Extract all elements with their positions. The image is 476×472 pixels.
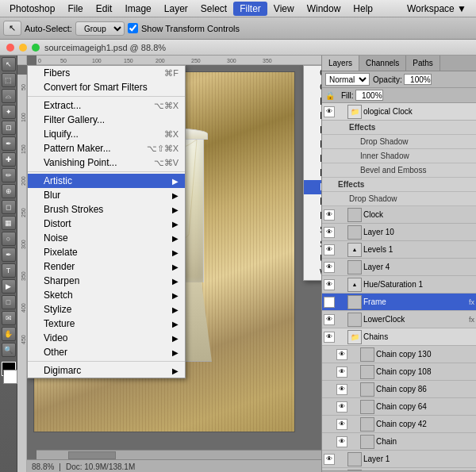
artistic-plastic-wrap[interactable]: Plastic Wrap... ▶	[304, 180, 321, 194]
artistic-colored-pencil[interactable]: Colored Pencil...	[304, 66, 321, 80]
effect-item[interactable]: Drop Shadow	[322, 135, 476, 149]
artistic-underpainting[interactable]: Underpainting...	[304, 251, 321, 266]
canvas-scrollbar-thumb-h[interactable]	[68, 451, 116, 459]
filter-menu-other[interactable]: Other ▶	[28, 345, 185, 359]
tool-shape[interactable]: □	[2, 295, 16, 309]
tool-type[interactable]: T	[2, 263, 16, 278]
layer-item[interactable]: 👁Chain copy 42	[322, 416, 476, 433]
fill-input[interactable]	[355, 90, 383, 101]
tool-magic-wand[interactable]: ✦	[2, 105, 16, 119]
tool-gradient[interactable]: ▦	[2, 216, 16, 230]
menu-layer[interactable]: Layer	[158, 2, 194, 16]
effect-item[interactable]: Bevel and Emboss	[322, 163, 476, 178]
menu-window[interactable]: Window	[301, 2, 347, 16]
tool-clone[interactable]: ⊕	[2, 184, 16, 198]
workspace-button[interactable]: Workspace ▼	[401, 2, 473, 16]
tool-eraser[interactable]: ◻	[2, 200, 16, 214]
layer-item[interactable]: 👁Clock	[322, 206, 476, 224]
artistic-palette-knife[interactable]: Palette Knife...	[304, 166, 321, 180]
layer-item[interactable]: 👁Layer 10	[322, 224, 476, 241]
layer-item[interactable]: 👁Chain copy 64	[322, 398, 476, 416]
layer-item[interactable]: 👁▲Levels 1	[322, 241, 476, 259]
layer-visibility-eye[interactable]: 👁	[324, 106, 335, 117]
layer-visibility-eye[interactable]: 👁	[324, 244, 335, 255]
effect-item[interactable]: Drop Shadow	[322, 192, 476, 206]
layer-visibility-eye[interactable]: 👁	[336, 349, 347, 360]
artistic-film-grain[interactable]: Film Grain...	[304, 109, 321, 123]
filter-menu-sketch[interactable]: Sketch ▶	[28, 288, 185, 302]
filter-menu-stylize[interactable]: Stylize ▶	[28, 302, 185, 317]
move-tool[interactable]: ↖	[3, 21, 21, 36]
menu-filter[interactable]: Filter	[233, 2, 267, 16]
layer-visibility-eye[interactable]: 👁	[336, 436, 347, 447]
filter-menu-blur[interactable]: Blur ▶	[28, 188, 185, 202]
tool-crop[interactable]: ⊡	[2, 121, 16, 135]
artistic-sponge[interactable]: Sponge...	[304, 237, 321, 251]
filter-menu-sharpen[interactable]: Sharpen ▶	[28, 274, 185, 288]
artistic-submenu[interactable]: Colored Pencil... Cutout... Dry Brush...…	[303, 65, 321, 281]
tab-layers[interactable]: Layers	[322, 56, 359, 71]
artistic-paint-daubs[interactable]: Paint Daubs...	[304, 152, 321, 166]
menu-image[interactable]: Image	[118, 2, 157, 16]
opacity-input[interactable]	[404, 74, 432, 85]
artistic-rough-pastels[interactable]: Rough Pastels...	[304, 209, 321, 223]
tool-lasso[interactable]: ⌓	[2, 89, 16, 103]
menu-photoshop[interactable]: Photoshop	[3, 2, 61, 16]
tool-marquee[interactable]: ⬚	[2, 73, 16, 87]
layer-item[interactable]: 👁📁ological Clock	[322, 103, 476, 121]
artistic-poster-edges[interactable]: Poster Edges...	[304, 194, 321, 209]
menu-file[interactable]: File	[61, 2, 89, 16]
tool-pen[interactable]: ✒	[2, 248, 16, 262]
canvas-scrollbar-h[interactable]	[36, 450, 321, 459]
filter-menu-convert[interactable]: Convert for Smart Filters	[28, 80, 185, 94]
filter-menu-video[interactable]: Video ▶	[28, 331, 185, 345]
close-dot[interactable]	[6, 44, 14, 52]
layer-visibility-eye[interactable]: 👁	[336, 401, 347, 413]
tool-path-select[interactable]: ▶	[2, 279, 16, 294]
tool-brush[interactable]: ✏	[2, 168, 16, 182]
layer-visibility-eye[interactable]: 👁	[324, 454, 335, 465]
tool-dodge[interactable]: ○	[2, 232, 16, 246]
layer-item[interactable]: 👁Layer 4	[322, 259, 476, 276]
layer-item[interactable]: 👁📁Chains	[322, 328, 476, 346]
minimize-dot[interactable]	[19, 44, 27, 52]
maximize-dot[interactable]	[32, 44, 40, 52]
layer-visibility-eye[interactable]: 👁	[324, 279, 335, 290]
filter-menu-liquify[interactable]: Liquify... ⌘X	[28, 127, 185, 141]
layer-item[interactable]: 👁Chain copy 108	[322, 363, 476, 381]
layer-visibility-eye[interactable]: 👁	[336, 384, 347, 395]
layer-item[interactable]: 👁▲Hue/Saturation 1	[322, 276, 476, 294]
artistic-smudge-stick[interactable]: Smudge Stick...	[304, 223, 321, 237]
artistic-dry-brush[interactable]: Dry Brush...	[304, 94, 321, 109]
filter-menu-extract[interactable]: Extract... ⌥⌘X	[28, 98, 185, 113]
filter-menu-noise[interactable]: Noise ▶	[28, 231, 185, 245]
layer-visibility-eye[interactable]: 👁	[324, 314, 335, 325]
layer-visibility-eye[interactable]: 👁	[324, 227, 335, 238]
menu-help[interactable]: Help	[347, 2, 379, 16]
menu-edit[interactable]: Edit	[90, 2, 119, 16]
menu-select[interactable]: Select	[194, 2, 233, 16]
layer-visibility-eye[interactable]: 👁	[324, 297, 335, 308]
effect-item[interactable]: Inner Shadow	[322, 149, 476, 163]
blend-mode-select[interactable]: Normal Multiply Screen	[325, 73, 370, 86]
filter-menu-gallery[interactable]: Filter Gallery...	[28, 113, 185, 127]
filter-menu-fibers[interactable]: Fibers ⌘F	[28, 66, 185, 80]
filter-menu-render[interactable]: Render ▶	[28, 259, 185, 274]
filter-menu-digimarc[interactable]: Digimarc ▶	[28, 363, 185, 378]
layer-item[interactable]: 👁Chain copy 130	[322, 346, 476, 363]
tab-paths[interactable]: Paths	[406, 56, 440, 71]
tool-eyedropper[interactable]: ✒	[2, 136, 16, 151]
tab-channels[interactable]: Channels	[359, 56, 406, 71]
tool-hand[interactable]: ✋	[2, 327, 16, 341]
layer-visibility-eye[interactable]: 👁	[324, 209, 335, 221]
layer-visibility-eye[interactable]: 👁	[324, 262, 335, 273]
layer-item[interactable]: 👁Layer 1	[322, 451, 476, 468]
layer-item[interactable]: 👁Chain	[322, 433, 476, 451]
tool-notes[interactable]: ✉	[2, 311, 16, 325]
layer-visibility-eye[interactable]: 👁	[336, 366, 347, 378]
layer-visibility-eye[interactable]: 👁	[336, 419, 347, 430]
artistic-fresco[interactable]: Fresco...	[304, 123, 321, 137]
menu-view[interactable]: View	[267, 2, 301, 16]
artistic-cutout[interactable]: Cutout...	[304, 80, 321, 94]
filter-menu-brush[interactable]: Brush Strokes ▶	[28, 202, 185, 217]
